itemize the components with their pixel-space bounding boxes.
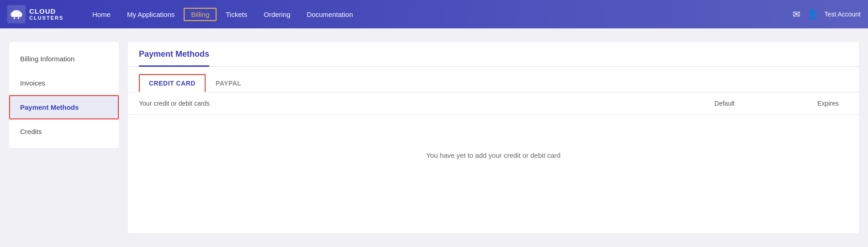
col-expires-label: Expires	[766, 100, 848, 107]
sidebar-item-credits[interactable]: Credits	[9, 119, 119, 144]
svg-rect-5	[14, 17, 15, 19]
content-header: Payment Methods	[128, 42, 859, 67]
svg-rect-6	[18, 17, 19, 19]
nav-documentation[interactable]: Documentation	[300, 8, 360, 21]
col-default-label: Default	[683, 100, 766, 107]
mail-icon[interactable]: ✉	[793, 9, 800, 20]
empty-message: You have yet to add your credit or debit…	[426, 151, 561, 159]
sidebar-item-billing-information[interactable]: Billing Information	[9, 47, 119, 71]
nav-ordering[interactable]: Ordering	[256, 8, 297, 21]
tabs-row: CREDIT CARD PAYPAL	[128, 67, 859, 92]
tab-credit-card[interactable]: CREDIT CARD	[139, 74, 206, 92]
account-label: Test Account	[825, 11, 861, 18]
col-card-label: Your credit or debit cards	[139, 100, 683, 107]
sidebar-item-payment-methods[interactable]: Payment Methods	[9, 95, 119, 119]
table-header: Your credit or debit cards Default Expir…	[128, 92, 859, 115]
content-area: Payment Methods CREDIT CARD PAYPAL Your …	[128, 42, 859, 233]
tab-paypal[interactable]: PAYPAL	[206, 74, 251, 92]
main-container: Billing Information Invoices Payment Met…	[0, 28, 868, 247]
navbar: CLOUD CLUSTERS Home My Applications Bill…	[0, 0, 868, 28]
brand-name-clusters: CLUSTERS	[29, 15, 64, 21]
account-icon[interactable]: 👤	[807, 9, 818, 20]
brand-logo-container: CLOUD CLUSTERS	[7, 5, 71, 23]
svg-rect-4	[11, 14, 22, 17]
content-title: Payment Methods	[139, 49, 209, 67]
sidebar: Billing Information Invoices Payment Met…	[9, 42, 119, 148]
nav-billing[interactable]: Billing	[184, 8, 217, 21]
nav-my-applications[interactable]: My Applications	[120, 8, 182, 21]
brand-text: CLOUD CLUSTERS	[29, 8, 64, 21]
nav-home[interactable]: Home	[85, 8, 118, 21]
brand-icon	[7, 5, 26, 23]
sidebar-item-invoices[interactable]: Invoices	[9, 71, 119, 95]
nav-right: ✉ 👤 Test Account	[793, 9, 861, 20]
empty-state: You have yet to add your credit or debit…	[128, 115, 859, 196]
brand-name-cloud: CLOUD	[29, 8, 64, 16]
nav-links: Home My Applications Billing Tickets Ord…	[85, 8, 793, 21]
nav-tickets[interactable]: Tickets	[218, 8, 254, 21]
